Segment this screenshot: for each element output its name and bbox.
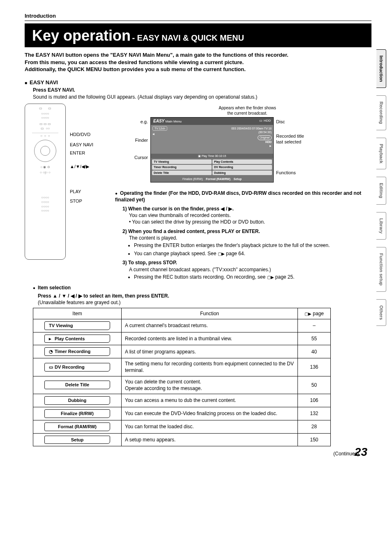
item-page: 150 <box>298 433 331 446</box>
item-function: You can access a menu to dub the current… <box>122 394 298 407</box>
gui-duration: (00:54:30) <box>231 130 272 134</box>
page-ref-icon: ▢▶ <box>218 252 225 256</box>
page-ref-icon: ▢▶ <box>267 275 274 279</box>
col-function: Function <box>122 308 298 319</box>
item-button: Finalize (R/RW) <box>44 409 110 418</box>
remote-outline: ▭ ▭ ○○○○ ○○○○ ▭ ▭ ▭ ▭ ○○ ○ ○ ○ ○ ◉ ⊖ ○ ○… <box>25 104 66 260</box>
label-stop: STOP <box>70 198 93 204</box>
step2-bullet: Pressing the ENTER button enlarges the f… <box>134 242 371 249</box>
gui-original: Original <box>258 135 272 140</box>
gui-easy-logo: EASY <box>153 119 164 123</box>
label-easy-navi: EASY NAVI <box>70 142 93 148</box>
gui-btn: Setup <box>234 178 242 180</box>
item-page: 28 <box>298 420 331 433</box>
gui-cursor-label: Cursor <box>123 155 148 161</box>
gui-caption-line1: Appears when the finder shows <box>219 106 276 110</box>
gui-caption-line2: the current broadcast. <box>227 111 267 115</box>
gui-hdd-top: HDD <box>264 119 271 122</box>
title-sub: - EASY NAVI & QUICK MENU <box>132 33 244 42</box>
intro-text: The EASY NAVI button opens the "EASY NAV… <box>25 51 371 73</box>
side-tab: Recording <box>376 95 386 130</box>
label-hdd-dvd: HDD/DVD <box>70 132 93 138</box>
item-page: 132 <box>298 407 331 420</box>
gui-btn: Format (RAM/RW) <box>206 178 231 180</box>
side-tab: Introduction <box>376 49 386 88</box>
label-arrows: ▲/▼/◀/▶ <box>70 164 93 170</box>
step1-body: You can view thumbnails of recorded cont… <box>129 212 371 219</box>
item-function: The setting menu for recording contents … <box>122 358 298 376</box>
item-page: 50 <box>298 376 331 394</box>
side-tab: Playback <box>376 138 386 170</box>
gui-diagram: Appears when the finder shows the curren… <box>123 105 371 182</box>
gui-btn: TV Viewing <box>152 159 212 164</box>
remote-callouts: HDD/DVD EASY NAVI ENTER ▲/▼/◀/▶ PLAY STO… <box>70 104 93 260</box>
gui-eg-label: e.g. <box>123 119 148 125</box>
step2-title: 2) When you find a desired content, pres… <box>122 229 260 234</box>
gui-recorded-label2: last selected <box>276 139 301 144</box>
gui-main-menu: Main Menu <box>165 120 182 123</box>
gui-functions-label: Functions <box>276 170 325 176</box>
item-selection-heading: Item selection <box>33 284 371 291</box>
gui-screen: EASY Main Menu ▭ HDD TV:12ch ◀ 003 2004/… <box>150 117 274 182</box>
gui-btn: DV Recording <box>212 165 272 169</box>
item-function: A list of timer programs appears. <box>122 345 298 358</box>
item-function: A current channel's broadcast returns. <box>122 319 298 332</box>
item-page: – <box>298 319 331 332</box>
item-page: 106 <box>298 394 331 407</box>
item-button: Delete Title <box>44 381 110 389</box>
intro-line: From this menu, you can access the desir… <box>25 59 371 66</box>
item-function: You can delete the current content.Opera… <box>122 376 298 394</box>
easy-navi-heading: EASY NAVI <box>25 79 371 86</box>
side-tabs: IntroductionRecordingPlaybackEditingLibr… <box>376 49 389 333</box>
item-button: Format (RAM/RW) <box>44 422 110 431</box>
gui-btn: Finalize (R/RW) <box>182 178 203 180</box>
gui-disc-label: Disc <box>276 119 325 125</box>
item-button: ◔Timer Recording <box>44 347 110 356</box>
gui-btn: Play Contents <box>212 159 272 164</box>
intro-line: Additionally, the QUICK MENU button prov… <box>25 66 371 73</box>
side-tab: Editing <box>376 177 386 204</box>
col-item: Item <box>33 308 122 319</box>
item-button: Setup <box>44 436 110 444</box>
step1-note: • You can select the drive by pressing t… <box>129 219 371 225</box>
title-main: Key operation <box>32 27 131 44</box>
label-enter: ENTER <box>70 150 93 156</box>
item-page: 55 <box>298 332 331 345</box>
item-function: You can format the loaded disc. <box>122 420 298 433</box>
item-function: You can execute the DVD-Video finalizing… <box>122 407 298 420</box>
side-tab: Others <box>376 299 386 326</box>
gui-playtime: Play Time 00:10:15 <box>202 155 226 157</box>
gui-btn: Timer Recording <box>152 165 212 169</box>
page-number: 23 <box>355 444 367 460</box>
item-function: Recorded contents are listed in a thumbn… <box>122 332 298 345</box>
gui-tv-ch: TV:12ch <box>152 126 167 131</box>
remote-diagram: ▭ ▭ ○○○○ ○○○○ ▭ ▭ ▭ ▭ ○○ ○ ○ ○ ○ ◉ ⊖ ○ ○… <box>25 104 107 260</box>
label-play: PLAY <box>70 189 93 195</box>
page-ref-icon: ▢▶ <box>304 312 311 316</box>
step2-body: The content is played. <box>129 235 371 241</box>
gui-btn: Delete Title <box>152 171 212 175</box>
gui-finder-label: Finder <box>123 137 148 143</box>
item-page: 136 <box>298 358 331 376</box>
item-button: Dubbing <box>44 396 110 405</box>
gui-recorded-label1: Recorded title <box>276 134 304 138</box>
item-button: TV Viewing <box>44 321 110 330</box>
gui-hdd: HDD <box>231 140 272 144</box>
item-function: A setup menu appears. <box>122 433 298 446</box>
sound-muted-text: Sound is muted and the following GUI app… <box>33 94 371 100</box>
side-tab: Function setup <box>376 247 386 292</box>
side-tab: Library <box>376 212 386 240</box>
item-selection-note: (Unavailable features are grayed out.) <box>38 299 371 306</box>
finder-op-heading: Operating the finder (For the HDD, DVD-R… <box>115 190 371 203</box>
item-button: ▭DV Recording <box>44 363 110 372</box>
item-page: 40 <box>298 345 331 358</box>
title-bar: Key operation - EASY NAVI & QUICK MENU <box>25 23 371 48</box>
step3-body: A current channel broadcast appears. ("T… <box>129 266 371 273</box>
step3-title: 3) To stop, press STOP. <box>122 260 177 265</box>
step3-bullet: Pressing the REC button starts recording… <box>134 274 371 280</box>
step1-title: 1) When the cursor is on the finder, pre… <box>122 206 234 212</box>
gui-btn: Dubbing <box>212 171 272 175</box>
item-button: ▸Play Contents <box>44 335 110 343</box>
section-header: Introduction <box>25 12 371 21</box>
step2-bullet: You can change playback speed. See ▢▶ pa… <box>134 250 371 257</box>
